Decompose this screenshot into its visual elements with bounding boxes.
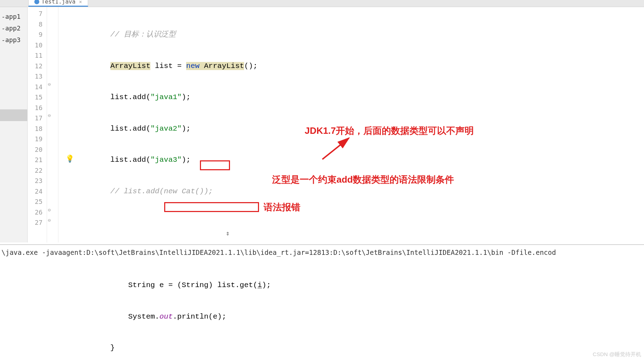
tab-bar: Test1.java ×	[0, 0, 644, 7]
console-text: \java.exe -javaagent:D:\soft\JetBrains\I…	[1, 248, 556, 256]
close-icon[interactable]: ×	[79, 0, 82, 5]
java-file-icon	[34, 0, 39, 4]
resize-cursor-icon: ⇕	[226, 229, 230, 237]
tab-title: Test1.java	[41, 0, 75, 5]
code-editor[interactable]: // 目标：认识泛型 ArrayList list = new ArrayLis…	[75, 7, 644, 242]
fold-icon[interactable]: ⊖	[48, 217, 51, 223]
lightbulb-icon[interactable]: 💡	[65, 154, 74, 163]
icon-gutter: 💡	[58, 7, 75, 242]
fold-gutter: ⊖ ⊖ ⊖ ⊖	[47, 7, 58, 242]
annotation-error: 语法报错	[264, 202, 300, 213]
sidebar-item-app1[interactable]: -app1	[0, 11, 27, 22]
file-tab[interactable]: Test1.java ×	[28, 0, 88, 7]
annotation-box-error	[164, 202, 259, 212]
fold-icon[interactable]: ⊖	[48, 207, 51, 213]
sidebar-item-app3[interactable]: -app3	[0, 34, 27, 46]
sidebar-item-app2[interactable]: -app2	[0, 22, 27, 34]
console-output[interactable]: \java.exe -javaagent:D:\soft\JetBrains\I…	[0, 244, 644, 260]
annotation-generic: 泛型是一个约束add数据类型的语法限制条件	[272, 175, 454, 185]
watermark: CSDN @睡觉待开机	[593, 351, 641, 358]
annotation-jdk: JDK1.7开始，后面的数据类型可以不声明	[305, 126, 474, 136]
fold-icon[interactable]: ⊖	[48, 81, 51, 87]
project-sidebar: -app1 -app2 -app3	[0, 7, 28, 242]
sidebar-item-selected[interactable]	[0, 109, 27, 121]
editor-area: -app1 -app2 -app3 78910111213 1415161718…	[0, 7, 644, 242]
fold-icon[interactable]: ⊖	[48, 113, 51, 118]
line-number-gutter: 78910111213 14151617181920 2122232425262…	[28, 7, 47, 242]
code-comment: // 目标：认识泛型	[110, 30, 176, 39]
